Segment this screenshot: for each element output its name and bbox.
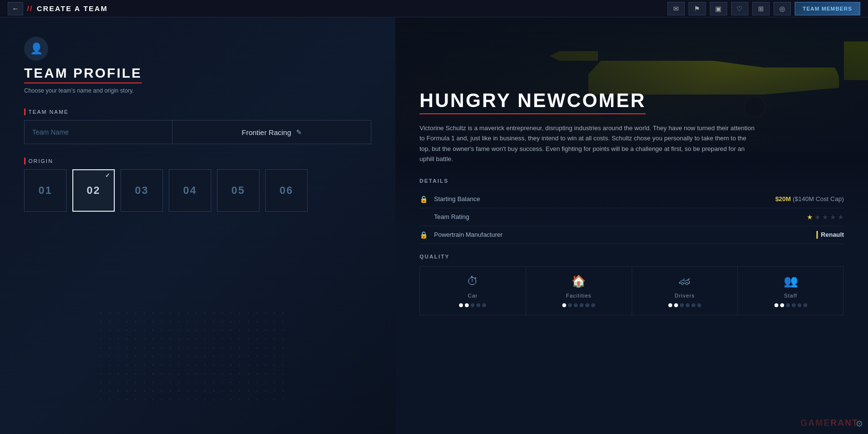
stf-dot-1 — [774, 303, 778, 307]
check-icon: ✓ — [105, 172, 111, 179]
team-name-label: TEAM NAME — [24, 108, 371, 115]
drivers-quality-dots — [668, 303, 701, 307]
facilities-quality-label: Facilities — [566, 293, 592, 298]
fac-dot-4 — [580, 303, 583, 307]
star-1: ★ — [807, 213, 813, 221]
section-subtitle: Choose your team's name and origin story… — [24, 87, 371, 94]
origin-card-06[interactable]: 06 — [265, 169, 308, 212]
quality-card-facilities: 🏠 Facilities — [526, 267, 632, 315]
icon-btn-5[interactable]: ⊞ — [752, 2, 770, 15]
origin-card-02[interactable]: ✓ 02 — [72, 169, 115, 212]
icon-btn-1[interactable]: ✉ — [667, 2, 685, 15]
stf-dot-2 — [780, 303, 784, 307]
quality-card-drivers: 🏎 Drivers — [632, 267, 738, 315]
origin-card-04[interactable]: 04 — [169, 169, 211, 212]
detail-team-rating: Team Rating ★ ★ ★ ★ ★ — [420, 208, 844, 226]
facilities-quality-icon: 🏠 — [571, 274, 586, 288]
fac-dot-5 — [585, 303, 589, 307]
car-dot-1 — [459, 303, 463, 307]
stf-dot-6 — [803, 303, 807, 307]
watermark: GAMERANT — [800, 418, 858, 428]
manufacturer-bar — [816, 231, 818, 239]
starting-balance-label: Starting Balance — [434, 195, 775, 203]
lock-icon-1: 🔒 — [420, 195, 428, 203]
profile-icon: 👤 — [24, 37, 48, 61]
origin-card-05[interactable]: 05 — [217, 169, 259, 212]
section-title: TEAM PROFILE — [24, 66, 142, 83]
star-5: ★ — [838, 213, 844, 221]
starting-balance-value: $20M ($140M Cost Cap) — [775, 195, 844, 203]
drv-dot-3 — [680, 303, 684, 307]
edit-team-name-icon[interactable]: ✎ — [296, 128, 302, 136]
origin-title: HUNGRY NEWCOMER — [420, 90, 646, 114]
top-bar: ← // CREATE A TEAM ✉ ⚑ ▣ ♡ ⊞ ◎ TEAM MEMB… — [0, 0, 868, 17]
drivers-quality-label: Drivers — [675, 293, 695, 298]
fac-dot-6 — [591, 303, 595, 307]
settings-icon[interactable]: ⚙ — [855, 419, 863, 429]
main-layout: 👤 TEAM PROFILE Choose your team's name a… — [0, 17, 868, 434]
drv-dot-5 — [692, 303, 695, 307]
quality-section: QUALITY ⏱ Car 🏠 — [420, 254, 844, 315]
powertrain-label: Powertrain Manufacturer — [434, 231, 816, 238]
team-name-value: Frontier Racing ✎ — [173, 121, 371, 144]
left-panel: 👤 TEAM PROFILE Choose your team's name a… — [0, 17, 395, 434]
star-4: ★ — [830, 213, 836, 221]
drivers-quality-icon: 🏎 — [679, 274, 691, 288]
car-quality-icon: ⏱ — [467, 274, 478, 288]
team-rating-stars: ★ ★ ★ ★ ★ — [807, 213, 844, 221]
car-dot-2 — [465, 303, 469, 307]
drv-dot-4 — [686, 303, 690, 307]
fac-dot-1 — [562, 303, 566, 307]
staff-quality-icon: 👥 — [784, 274, 798, 288]
car-quality-dots — [459, 303, 486, 307]
facilities-quality-dots — [562, 303, 595, 307]
icon-btn-4[interactable]: ♡ — [731, 2, 748, 15]
team-rating-label: Team Rating — [434, 213, 807, 220]
fac-dot-2 — [568, 303, 572, 307]
team-name-row: Team Name Frontier Racing ✎ — [24, 120, 371, 144]
icon-btn-3[interactable]: ▣ — [710, 2, 727, 15]
icon-btn-6[interactable]: ◎ — [773, 2, 791, 15]
top-icons: ✉ ⚑ ▣ ♡ ⊞ ◎ TEAM MEMBERS — [667, 2, 860, 15]
car-dot-3 — [471, 303, 475, 307]
manufacturer-badge: Renault — [816, 231, 844, 239]
origin-card-01[interactable]: 01 — [24, 169, 67, 212]
star-2: ★ — [814, 213, 821, 221]
staff-quality-label: Staff — [784, 293, 797, 298]
drv-dot-2 — [674, 303, 678, 307]
dot-grid-decoration — [96, 309, 289, 405]
drv-dot-6 — [697, 303, 701, 307]
stf-dot-3 — [786, 303, 790, 307]
detail-powertrain: 🔒 Powertrain Manufacturer Renault — [420, 226, 844, 244]
quality-label: QUALITY — [420, 254, 844, 259]
team-name-placeholder[interactable]: Team Name — [25, 121, 173, 144]
star-3: ★ — [822, 213, 828, 221]
detail-starting-balance: 🔒 Starting Balance $20M ($140M Cost Cap) — [420, 190, 844, 208]
fac-dot-3 — [574, 303, 578, 307]
quality-card-car: ⏱ Car — [420, 267, 526, 315]
car-dot-5 — [482, 303, 486, 307]
origin-label: ORIGIN — [24, 158, 371, 164]
origin-card-03[interactable]: 03 — [121, 169, 163, 212]
quality-card-staff: 👥 Staff — [738, 267, 843, 315]
stf-dot-5 — [798, 303, 801, 307]
back-button[interactable]: ← — [8, 2, 23, 15]
origin-grid: 01 ✓ 02 03 04 05 06 — [24, 169, 371, 212]
info-panel: HUNGRY NEWCOMER Victorine Schultz is a m… — [395, 17, 868, 434]
right-panel: HUNGRY NEWCOMER Victorine Schultz is a m… — [395, 17, 868, 434]
page-title: // CREATE A TEAM — [27, 4, 108, 13]
origin-description: Victorine Schultz is a maverick entrepre… — [420, 123, 757, 164]
team-members-button[interactable]: TEAM MEMBERS — [795, 2, 860, 15]
car-dot-4 — [476, 303, 480, 307]
lock-icon-2: 🔒 — [420, 231, 428, 239]
manufacturer-name: Renault — [821, 231, 844, 238]
car-quality-label: Car — [468, 293, 478, 298]
details-label: DETAILS — [420, 178, 844, 184]
quality-cards: ⏱ Car 🏠 Facilities — [420, 266, 844, 315]
slash-decoration: // — [27, 4, 33, 13]
page-title-text: CREATE A TEAM — [37, 4, 108, 13]
icon-btn-2[interactable]: ⚑ — [689, 2, 706, 15]
stf-dot-4 — [792, 303, 796, 307]
staff-quality-dots — [774, 303, 807, 307]
drv-dot-1 — [668, 303, 672, 307]
